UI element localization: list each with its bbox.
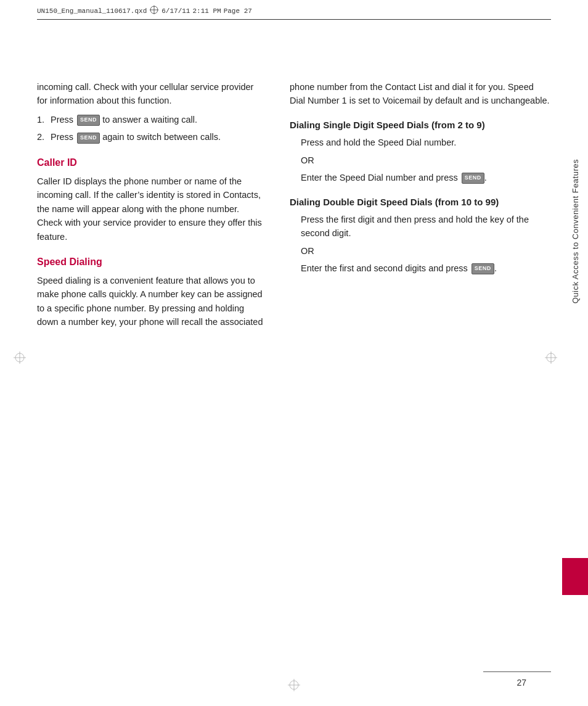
single-digit-option1-text: Press and hold the Speed Dial number. — [301, 136, 551, 149]
header-page: Page 27 — [224, 7, 252, 15]
list-item-2-number: 2. — [37, 130, 51, 144]
caller-id-body: Caller ID displays the phone number or n… — [37, 174, 265, 244]
double-digit-option1-text: Press the first digit and then press and… — [301, 213, 551, 240]
header-date: 6/17/11 — [161, 7, 190, 15]
speed-dialing-body: Speed dialing is a convenient feature th… — [37, 274, 265, 329]
send-button-1: SEND — [77, 115, 100, 126]
reg-mark-left — [14, 351, 26, 366]
sidebar-red-block — [562, 558, 588, 595]
double-digit-option2-text: Enter the first and second digits and pr… — [301, 263, 468, 273]
list-item-2-content: Press SEND again to switch between calls… — [51, 130, 265, 144]
reg-mark-header-1 — [149, 5, 159, 17]
single-digit-heading: Dialing Single Digit Speed Dials (from 2… — [290, 118, 551, 132]
header-time: 2:11 PM — [192, 7, 221, 15]
double-digit-or: OR — [290, 244, 551, 258]
bottom-line — [483, 671, 551, 672]
right-column: phone number from the Contact List and d… — [277, 31, 551, 669]
header-bar: UN150_Eng_manual_110617.qxd 6/17/11 2:11… — [37, 5, 551, 20]
right-intro-para: phone number from the Contact List and d… — [290, 80, 551, 108]
list-item-1-content: Press SEND to answer a waiting call. — [51, 113, 265, 126]
page-number: 27 — [517, 678, 526, 688]
send-button-3: SEND — [462, 173, 484, 184]
double-digit-option2: Enter the first and second digits and pr… — [290, 261, 551, 275]
list-item-1-number: 1. — [37, 113, 51, 126]
list-item-2: 2. Press SEND again to switch between ca… — [37, 130, 265, 144]
caller-id-heading: Caller ID — [37, 155, 265, 171]
double-digit-period: . — [494, 263, 497, 273]
sidebar: Quick Access to Convenient Features — [562, 0, 588, 706]
send-button-2: SEND — [77, 133, 100, 144]
send-button-4: SEND — [472, 263, 494, 274]
left-intro-para: incoming call. Check with your cellular … — [37, 80, 265, 108]
single-digit-period: . — [484, 173, 487, 183]
sidebar-label: Quick Access to Convenient Features — [571, 159, 580, 303]
single-digit-or: OR — [290, 154, 551, 167]
single-digit-option2-text: Enter the Speed Dial number and press — [301, 173, 458, 183]
double-digit-heading: Dialing Double Digit Speed Dials (from 1… — [290, 195, 551, 209]
main-content: incoming call. Check with your cellular … — [37, 31, 551, 669]
left-column: incoming call. Check with your cellular … — [37, 31, 277, 669]
page-container: UN150_Eng_manual_110617.qxd 6/17/11 2:11… — [0, 0, 588, 706]
single-digit-option2: Enter the Speed Dial number and press SE… — [290, 171, 551, 184]
filename: UN150_Eng_manual_110617.qxd — [37, 7, 147, 15]
list-item-1: 1. Press SEND to answer a waiting call. — [37, 113, 265, 126]
double-digit-option1: Press the first digit and then press and… — [290, 213, 551, 240]
single-digit-option1: Press and hold the Speed Dial number. — [290, 136, 551, 149]
speed-dialing-heading: Speed Dialing — [37, 255, 265, 270]
reg-mark-bottom — [288, 679, 300, 694]
header-left: UN150_Eng_manual_110617.qxd 6/17/11 2:11… — [37, 5, 252, 17]
sidebar-text-container: Quick Access to Convenient Features — [562, 123, 588, 339]
